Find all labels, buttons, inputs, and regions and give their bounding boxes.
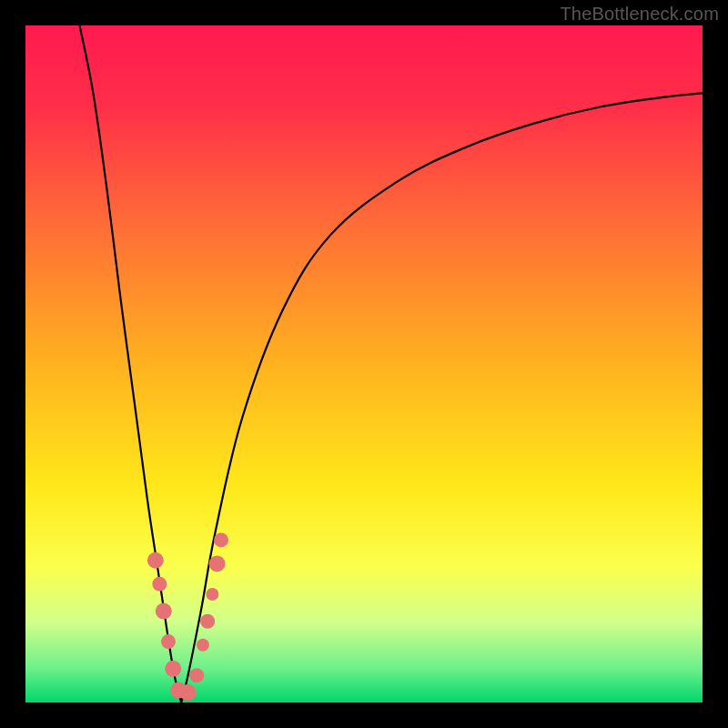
data-marker-7	[189, 668, 204, 682]
data-marker-10	[206, 588, 218, 601]
chart-frame: TheBottleneck.com	[0, 0, 728, 728]
gradient-background	[25, 25, 703, 703]
data-marker-0	[147, 552, 164, 569]
data-marker-11	[209, 555, 226, 571]
data-marker-12	[214, 532, 228, 547]
data-marker-3	[161, 634, 176, 649]
data-marker-2	[156, 603, 172, 620]
data-marker-8	[197, 639, 209, 652]
data-marker-1	[152, 577, 167, 592]
data-marker-6	[180, 684, 197, 701]
chart-plot	[25, 25, 703, 703]
watermark-text: TheBottleneck.com	[560, 4, 719, 25]
data-marker-4	[165, 661, 181, 677]
data-marker-9	[200, 614, 215, 629]
chart-svg	[25, 25, 703, 703]
